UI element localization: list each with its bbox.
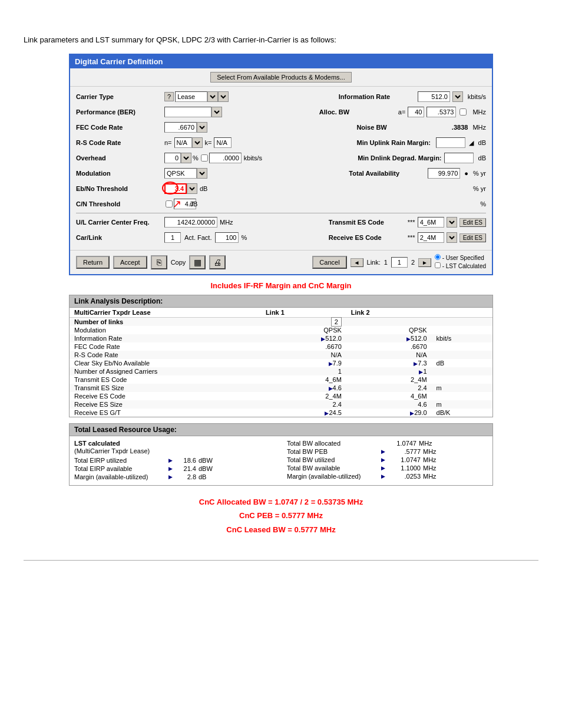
fec-label: FEC Code Rate xyxy=(76,124,164,131)
alloc-bw-input[interactable] xyxy=(427,107,456,117)
grid-icon-btn[interactable]: ▦ xyxy=(189,255,206,269)
link-val2: 2 xyxy=(411,259,415,266)
row-link1: 1 xyxy=(261,367,346,375)
alloc-bw-a-input[interactable] xyxy=(408,107,424,117)
alloc-bw-a-label: a= xyxy=(398,108,406,116)
edit-es-receive-button[interactable]: Edit ES xyxy=(459,233,486,242)
cancel-button[interactable]: Cancel xyxy=(312,256,346,269)
leased-right-row: Margin (available-utilized) ▶ .0253 MHz xyxy=(287,473,488,480)
receive-es-select[interactable] xyxy=(447,232,457,243)
leased-right-row: Total BW allocated 1.0747 MHz xyxy=(287,440,488,447)
link-analysis-header: Link Analysis Description: xyxy=(70,295,492,308)
row-unit xyxy=(432,342,492,351)
total-avail-label: Total Availability xyxy=(349,170,425,177)
leased-right-row: Total BW PEB ▶ .5777 MHz xyxy=(287,448,488,455)
copy-icon-btn[interactable]: ⎘ xyxy=(151,255,167,269)
transmit-es-label: Transmit ES Code xyxy=(329,219,405,226)
ebno-highlight xyxy=(164,183,187,194)
flag-icon: ▶ xyxy=(414,361,418,367)
info-rate-input[interactable] xyxy=(418,91,450,102)
legend-lst-calculated: - LST Calculated xyxy=(442,263,486,269)
cn-row: C/N Threshold ↗ dB % xyxy=(76,197,486,210)
analysis-title-cell: MultiCarrier Txpdr Lease xyxy=(70,308,261,318)
link-next-button[interactable]: ► xyxy=(418,258,431,267)
act-fact-input[interactable] xyxy=(215,232,239,243)
modulation-select[interactable] xyxy=(197,168,207,179)
noise-bw-value: .3838 xyxy=(435,124,468,131)
min-dnlink-input[interactable] xyxy=(444,153,474,163)
total-avail-unit: % yr xyxy=(473,170,486,177)
leased-left: LST calculated (MultiCarrier Txpdr Lease… xyxy=(74,440,275,482)
leased-right: Total BW allocated 1.0747 MHz Total BW P… xyxy=(287,440,488,482)
accept-button[interactable]: Accept xyxy=(113,256,147,269)
num-links-value: 2 xyxy=(331,317,342,327)
car-link-input[interactable] xyxy=(164,232,181,243)
carrier-type-input[interactable] xyxy=(175,91,207,102)
rs-k-input[interactable] xyxy=(214,137,232,148)
link-analysis-box: Link Analysis Description: MultiCarrier … xyxy=(69,295,493,417)
row-link2: 2.4 xyxy=(346,384,432,392)
return-button[interactable]: Return xyxy=(76,256,110,269)
overhead-kbits-input[interactable] xyxy=(209,153,242,163)
cnc-line1: CnC Allocated BW = 1.0747 / 2 = 0.53735 … xyxy=(24,495,538,509)
analysis-row: Receive ES G/T ▶24.5 ▶29.0 dB/K xyxy=(70,409,492,417)
total-avail-input[interactable] xyxy=(428,168,460,179)
info-rate-select[interactable] xyxy=(452,91,463,102)
leased-right-value: 1.0747 xyxy=(381,440,416,447)
transmit-es-input[interactable] xyxy=(418,217,444,228)
overhead-input[interactable] xyxy=(164,153,181,163)
row-link1: 4_6M xyxy=(261,375,346,384)
receive-es-input[interactable] xyxy=(418,232,444,243)
edit-es-transmit-button[interactable]: Edit ES xyxy=(459,218,486,227)
overhead-checkbox[interactable] xyxy=(201,154,208,162)
performance-select[interactable] xyxy=(211,107,222,117)
row-label: Clear Sky Eb/No Available xyxy=(70,359,261,367)
min-uplink-label: Min Uplink Rain Margin: xyxy=(357,139,434,146)
row-link2: ▶1 xyxy=(346,367,432,375)
leased-right-value: .0253 xyxy=(385,473,421,480)
analysis-row: Modulation QPSK QPSK xyxy=(70,326,492,334)
ul-freq-label: U/L Carrier Center Freq. xyxy=(76,219,164,226)
ul-freq-input[interactable] xyxy=(164,217,217,228)
user-specified-radio[interactable] xyxy=(435,254,441,260)
row-label: Receive ES Size xyxy=(70,400,261,409)
carrier-type-select2[interactable] xyxy=(218,91,229,102)
analysis-row: Transmit ES Code 4_6M 2_4M xyxy=(70,375,492,384)
leased-header: Total Leased Resource Usage: xyxy=(70,424,492,436)
link-prev-button[interactable]: ◄ xyxy=(351,258,363,267)
lst-calculated-checkbox[interactable] xyxy=(435,262,441,268)
rs-n-input[interactable] xyxy=(174,137,192,148)
overhead-label: Overhead xyxy=(76,154,164,162)
alloc-bw-checkbox[interactable] xyxy=(459,108,467,116)
select-products-button[interactable]: Select From Available Products & Modems.… xyxy=(210,72,351,83)
rs-n-select[interactable] xyxy=(192,137,203,148)
overhead-select[interactable] xyxy=(181,153,191,163)
leased-row-unit: dB xyxy=(199,473,216,480)
act-fact-label: Act. Fact. xyxy=(184,234,211,241)
link-val1: 1 xyxy=(384,259,388,266)
rs-label: R-S Code Rate xyxy=(76,139,164,146)
row-unit: dB/K xyxy=(432,409,492,417)
performance-input[interactable] xyxy=(164,107,211,117)
row-unit: m xyxy=(432,400,492,409)
print-icon-btn[interactable]: 🖨 xyxy=(209,255,226,269)
fec-input[interactable] xyxy=(164,122,197,133)
fec-row: FEC Code Rate Noise BW .3838 MHz xyxy=(76,121,486,134)
min-uplink-input[interactable] xyxy=(436,137,465,148)
fec-select[interactable] xyxy=(197,122,207,133)
row-link2: ▶512.0 xyxy=(346,334,432,342)
ebno-input[interactable] xyxy=(164,183,187,194)
flag-icon: ▶ xyxy=(381,449,385,454)
link-input[interactable] xyxy=(391,257,408,268)
leased-row-unit: dBW xyxy=(199,457,216,464)
modulation-input[interactable] xyxy=(164,168,197,179)
transmit-es-select[interactable] xyxy=(447,217,457,228)
ebno-select[interactable] xyxy=(187,183,197,194)
carrier-type-select1[interactable] xyxy=(207,91,218,102)
analysis-row: Transmit ES Size ▶4.6 2.4 m xyxy=(70,384,492,392)
cn-checkbox[interactable] xyxy=(166,200,173,207)
row-link1: ▶24.5 xyxy=(261,409,346,417)
leased-right-label: Total BW allocated xyxy=(287,440,381,447)
row-unit xyxy=(432,367,492,375)
row-link1: 2.4 xyxy=(261,400,346,409)
